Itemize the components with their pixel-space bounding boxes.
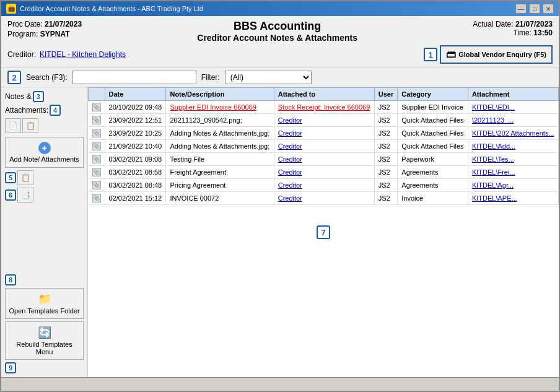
row-description: Adding Notes & Attachments.jpg;: [166, 140, 274, 153]
row-description: Pricing Agreement: [166, 179, 274, 192]
table-row[interactable]: 📎03/02/2021 08:48Pricing AgreementCredit…: [89, 179, 559, 192]
row-user: JS2: [374, 114, 398, 127]
app-subtitle: Creditor Account Notes & Attachments: [82, 33, 473, 43]
time-value: 13:50: [533, 28, 553, 37]
row-description: Freight Agreement: [166, 166, 274, 179]
row-date: 03/02/2021 08:58: [105, 166, 166, 179]
badge-3: 3: [33, 91, 44, 102]
row-attached-to: Stock Receipt: Invoice 660069: [274, 101, 374, 114]
table-row[interactable]: 📎23/09/2022 12:5120211123_090542.png;Cre…: [89, 114, 559, 127]
row-icon: 📎: [89, 192, 105, 205]
badge-8: 8: [5, 274, 16, 285]
table-container: Date Note/Description Attached to User C…: [88, 87, 559, 377]
rebuild-templates-button[interactable]: 🔄 Rebuild Templates Menu: [5, 321, 84, 360]
program-value: SYPNAT: [40, 30, 70, 38]
attachments-label-row: Attachments: 4: [5, 105, 84, 116]
window-title: Creditor Account Notes & Attachments - A…: [20, 5, 203, 12]
row-attached-to: Creditor: [274, 140, 374, 153]
row-icon: 📎: [89, 153, 105, 166]
row-user: JS2: [374, 140, 398, 153]
row-date: 23/09/2022 10:25: [105, 127, 166, 140]
app-icon: 💼: [6, 4, 16, 14]
row-attachment: KITDEL\Add...: [468, 140, 558, 153]
badge-7: 7: [317, 225, 330, 239]
app-title: BBS Accounting: [82, 20, 473, 33]
creditor-row: Creditor: KITDEL - Kitchen Delights: [7, 50, 126, 59]
row-user: JS2: [374, 101, 398, 114]
table-row[interactable]: 📎03/02/2021 08:58Freight AgreementCredit…: [89, 166, 559, 179]
row-attached-to: Creditor: [274, 114, 374, 127]
badge-6: 6: [5, 189, 16, 201]
close-button[interactable]: ✕: [543, 4, 554, 14]
row-attached-to: Creditor: [274, 166, 374, 179]
row-attachment: KITDEL\202 Attachments...: [468, 127, 558, 140]
filter-select[interactable]: (All) Notes Attachments: [225, 71, 312, 84]
col-attachment: Attachment: [468, 88, 558, 101]
notes-table: Date Note/Description Attached to User C…: [88, 87, 559, 205]
badge-1: 1: [424, 48, 437, 61]
search-label: Search (F3):: [26, 73, 68, 82]
row-icon: 📎: [89, 140, 105, 153]
col-description: Note/Description: [166, 88, 274, 101]
restore-button[interactable]: □: [529, 4, 540, 14]
row-attached-to: Creditor: [274, 179, 374, 192]
row-user: JS2: [374, 166, 398, 179]
badge-5: 5: [5, 172, 16, 183]
time-label: Time:: [513, 28, 532, 37]
row-description: Adding Notes & Attachments.jpg;: [166, 127, 274, 140]
table-row[interactable]: 📎23/09/2022 10:25Adding Notes & Attachme…: [89, 127, 559, 140]
search-input[interactable]: [72, 71, 196, 84]
col-date: Date: [105, 88, 166, 101]
col-icon: [89, 88, 105, 101]
notes-label: Notes &: [5, 92, 32, 101]
table-row[interactable]: 📎03/02/2021 09:08Testing FileCreditorJS2…: [89, 153, 559, 166]
main-window: 💼 Creditor Account Notes & Attachments -…: [0, 0, 560, 392]
row-user: JS2: [374, 153, 398, 166]
row-icon: 📎: [89, 179, 105, 192]
row-description: 20211123_090542.png;: [166, 114, 274, 127]
row-category: Quick Attached Files: [398, 114, 468, 127]
main-area: Notes & 3 Attachments: 4 📄 📋 + Add Note/…: [1, 87, 559, 377]
row-icon: 📎: [89, 127, 105, 140]
row-category: Agreements: [398, 179, 468, 192]
row-attachment: KITDEL\Tes...: [468, 153, 558, 166]
row-icon: 📎: [89, 166, 105, 179]
filter-label: Filter:: [201, 73, 220, 82]
creditor-label: Creditor:: [7, 50, 36, 59]
row-category: Quick Attached Files: [398, 140, 468, 153]
global-vendor-button[interactable]: 🗃 Global Vendor Enquiry (F5): [440, 45, 553, 64]
title-bar: 💼 Creditor Account Notes & Attachments -…: [1, 1, 559, 16]
window-controls: — □ ✕: [515, 4, 554, 14]
row-attached-to: Creditor: [274, 192, 374, 205]
row-description: Testing File: [166, 153, 274, 166]
open-doc-button[interactable]: 📋: [22, 118, 38, 133]
row-category: Paperwork: [398, 153, 468, 166]
copy-button[interactable]: 📋: [17, 170, 33, 185]
row-date: 03/02/2021 08:48: [105, 179, 166, 192]
search-row: 2 Search (F3): Filter: (All) Notes Attac…: [1, 68, 559, 87]
row-category: Agreements: [398, 166, 468, 179]
row-description: Supplier EDI Invoice 660069: [166, 101, 274, 114]
row-attachment: KITDEL\Agr...: [468, 179, 558, 192]
header-left: Proc Date: 21/07/2023 Program: SYPNAT: [7, 20, 82, 38]
program-label: Program:: [7, 30, 38, 38]
badge-2: 2: [7, 71, 21, 84]
table-row[interactable]: 📎20/10/2022 09:48Supplier EDI Invoice 66…: [89, 101, 559, 114]
status-bar: [1, 377, 559, 391]
row-user: JS2: [374, 179, 398, 192]
title-bar-left: 💼 Creditor Account Notes & Attachments -…: [6, 4, 203, 14]
row-attachment: \20211123_...: [468, 114, 558, 127]
new-doc-button[interactable]: 📄: [5, 118, 21, 133]
creditor-link[interactable]: KITDEL - Kitchen Delights: [40, 50, 126, 59]
actual-date-value: 21/07/2023: [515, 20, 553, 28]
row-date: 21/09/2022 10:40: [105, 140, 166, 153]
open-templates-button[interactable]: 📁 Open Templates Folder: [5, 288, 84, 319]
table-row[interactable]: 📎02/02/2021 15:12INVOICE 00072CreditorJS…: [89, 192, 559, 205]
paste-button[interactable]: 📑: [17, 188, 33, 203]
add-note-button[interactable]: + Add Note/ Attachments: [5, 137, 84, 168]
row-icon: 📎: [89, 101, 105, 114]
minimize-button[interactable]: —: [515, 4, 527, 14]
row-attachment: KITDEL\APE...: [468, 192, 558, 205]
table-row[interactable]: 📎21/09/2022 10:40Adding Notes & Attachme…: [89, 140, 559, 153]
left-sidebar: Notes & 3 Attachments: 4 📄 📋 + Add Note/…: [1, 87, 88, 377]
